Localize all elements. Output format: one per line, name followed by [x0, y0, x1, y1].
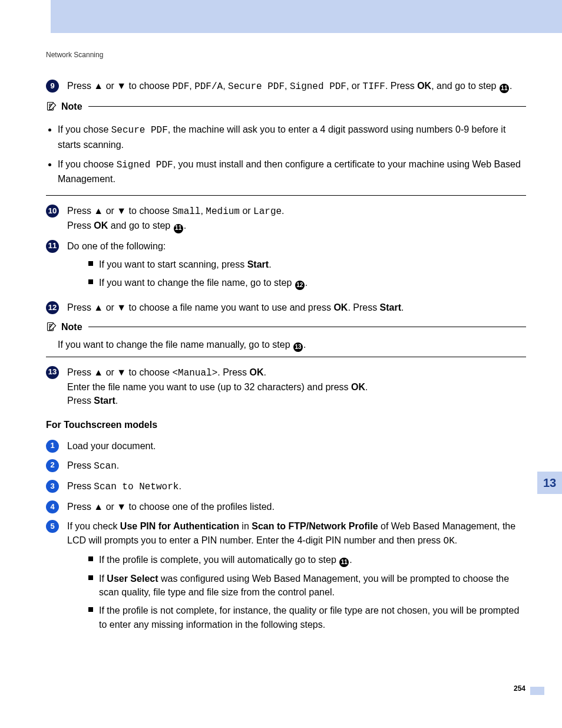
step-number-badge: 2: [46, 459, 59, 472]
text: .: [269, 259, 271, 269]
option: OK: [444, 536, 455, 546]
text: . Press: [217, 367, 249, 377]
text: .: [455, 535, 457, 545]
text: . Press: [348, 302, 379, 312]
ts-step-2: 2 Press Scan.: [46, 459, 526, 473]
step-body: If you check Use PIN for Authentication …: [67, 519, 526, 635]
sub-item: If you want to change the file name, go …: [88, 276, 526, 290]
text: If the profile is not complete, for inst…: [99, 605, 519, 629]
text: Press: [67, 220, 94, 230]
step-ref-icon: 13: [293, 342, 303, 352]
ok-label: OK: [249, 367, 263, 377]
note-rule: [88, 327, 526, 327]
text: If you check: [67, 521, 120, 531]
text: .: [184, 220, 186, 230]
text: If the profile is complete, you will aut…: [99, 555, 339, 565]
text: or: [103, 206, 117, 216]
step-body: Do one of the following: If you want to …: [67, 239, 526, 295]
ts-step-3: 3 Press Scan to Network.: [46, 479, 526, 494]
ts-step-5: 5 If you check Use PIN for Authenticatio…: [46, 519, 526, 635]
text: to choose: [126, 367, 172, 377]
sub-item: If you want to start scanning, press Sta…: [88, 258, 526, 271]
note-end-rule: [46, 195, 526, 196]
ok-label: OK: [94, 220, 108, 230]
start-label: Start: [380, 302, 401, 312]
list-item: If you choose Signed PDF, you must insta…: [58, 157, 526, 186]
sub-list: If the profile is complete, you will aut…: [67, 553, 526, 631]
up-arrow-icon: ▲: [94, 367, 103, 377]
option: Large: [253, 206, 282, 217]
note-body: If you want to change the file name manu…: [46, 338, 526, 352]
step-body: Press ▲ or ▼ to choose one of the profil…: [67, 500, 526, 513]
step-12: 12 Press ▲ or ▼ to choose a file name yo…: [46, 301, 526, 314]
ok-label: OK: [333, 302, 348, 312]
sub-item: If the profile is not complete, for inst…: [88, 604, 526, 631]
text: Press: [67, 81, 94, 91]
page-number-accent: [530, 687, 544, 695]
text: Press: [67, 460, 94, 470]
text: Press: [67, 502, 94, 512]
note-icon: [46, 101, 58, 113]
option: PDF: [172, 81, 189, 92]
ts-step-1: 1 Load your document.: [46, 439, 526, 453]
up-arrow-icon: ▲: [94, 81, 103, 91]
sub-list: If you want to start scanning, press Sta…: [67, 258, 526, 290]
option: Signed PDF: [117, 160, 173, 170]
text: , or: [346, 81, 363, 91]
step-ref-icon: 11: [339, 558, 349, 567]
step-ref-icon: 12: [295, 281, 305, 290]
text: Do one of the following:: [67, 239, 526, 253]
step-number-badge: 12: [46, 301, 59, 314]
note-rule: [88, 106, 526, 107]
up-arrow-icon: ▲: [94, 206, 103, 216]
note-label: Note: [61, 100, 82, 113]
text: or: [103, 81, 117, 91]
note-end-rule: [46, 357, 526, 357]
text: .: [510, 81, 512, 91]
option: TIFF: [363, 81, 385, 92]
option: <Manual>: [172, 368, 217, 378]
text: If: [99, 574, 107, 584]
note-block: Note If you want to change the file name…: [46, 320, 526, 357]
sub-item: If the profile is complete, you will aut…: [88, 553, 526, 567]
text: If you chose: [58, 124, 111, 134]
step-11: 11 Do one of the following: If you want …: [46, 239, 526, 295]
bold-text: Use PIN for Authentication: [120, 521, 239, 531]
text: Press: [67, 206, 94, 216]
text: ,: [189, 81, 194, 91]
step-number-badge: 13: [46, 366, 59, 379]
text: .: [305, 278, 308, 288]
text: ,: [285, 81, 290, 91]
ok-label: OK: [417, 81, 431, 91]
note-icon: [46, 321, 58, 333]
text: Press: [67, 481, 94, 491]
text: Press: [67, 367, 94, 377]
start-label: Start: [247, 259, 269, 269]
running-header: Network Scanning: [46, 50, 103, 60]
up-arrow-icon: ▲: [94, 302, 103, 312]
chapter-tab: 13: [537, 472, 562, 494]
text: If you want to change the file name manu…: [58, 340, 293, 350]
step-body: Press Scan to Network.: [67, 479, 526, 494]
text: ,: [200, 206, 206, 216]
manual-page: Network Scanning 9 Press ▲ or ▼ to choos…: [0, 0, 562, 728]
text: to choose: [126, 81, 172, 91]
option: Signed PDF: [290, 81, 346, 92]
step-number-badge: 3: [46, 480, 59, 493]
text: .: [349, 555, 352, 565]
list-item: If you chose Secure PDF, the machine wil…: [58, 123, 526, 151]
option: Medium: [206, 206, 240, 217]
bold-text: Scan to FTP/Network Profile: [252, 521, 378, 531]
text: .: [365, 382, 368, 392]
start-label: Start: [94, 396, 115, 406]
down-arrow-icon: ▼: [117, 302, 126, 312]
down-arrow-icon: ▼: [117, 81, 126, 91]
sub-item: If User Select was configured using Web …: [88, 572, 526, 599]
text: to choose: [126, 206, 172, 216]
text: . Press: [385, 81, 417, 91]
page-number: 254: [514, 684, 525, 694]
note-block: Note If you chose Secure PDF, the machin…: [46, 100, 526, 196]
text: If you want to change the file name, go …: [99, 278, 295, 288]
step-ref-icon: 11: [500, 84, 509, 93]
text: and go to step: [108, 220, 173, 230]
